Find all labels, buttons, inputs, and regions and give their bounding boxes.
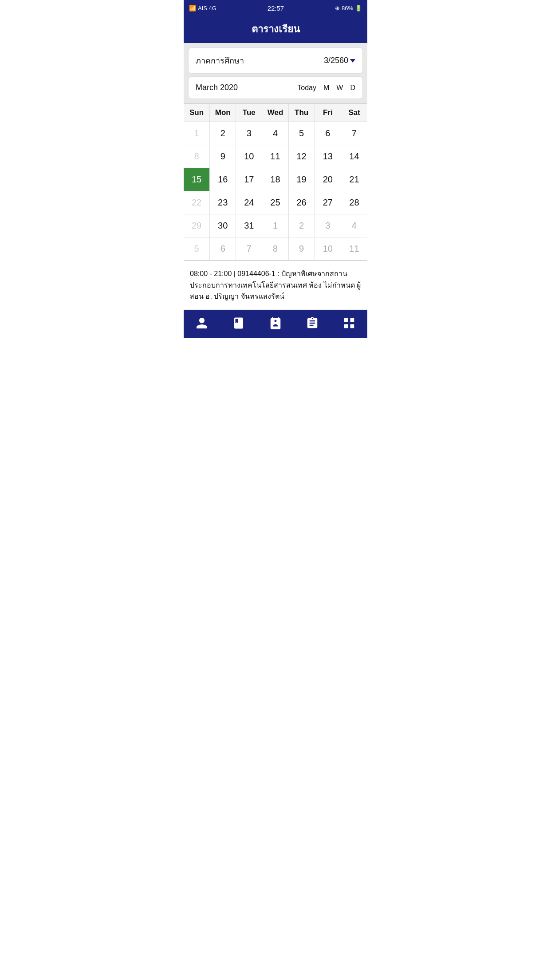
today-button[interactable]: Today [297,84,316,92]
grid-icon [342,316,356,330]
cal-cell[interactable]: 6 [315,122,341,145]
status-battery: ⊕ 86% 🔋 [335,5,362,12]
cal-cell[interactable]: 18 [262,168,288,191]
cal-cell[interactable]: 17 [236,168,262,191]
signal-icon: 📶 [189,5,196,12]
clipboard-icon [306,316,319,330]
semester-value[interactable]: 3/2560 [324,56,355,65]
cal-cell[interactable]: 22 [184,191,210,214]
cal-cell[interactable]: 1 [262,214,288,237]
semester-label: ภาคการศึกษา [196,54,244,67]
cal-cell[interactable]: 2 [210,122,236,145]
cal-cell[interactable]: 7 [236,237,262,261]
cal-cell[interactable]: 25 [262,191,288,214]
cal-cell[interactable]: 20 [315,168,341,191]
cal-cell[interactable]: 9 [289,237,315,261]
cal-cell[interactable]: 12 [289,145,315,168]
cal-cell[interactable]: 5 [289,122,315,145]
cal-cell[interactable]: 27 [315,191,341,214]
week-view-button[interactable]: W [336,84,343,92]
dropdown-arrow-icon [350,59,355,63]
day-header-mon: Mon [210,104,236,122]
cal-cell[interactable]: 3 [315,214,341,237]
cal-cell[interactable]: 9 [210,145,236,168]
semester-row[interactable]: ภาคการศึกษา 3/2560 [188,47,363,74]
cal-cell[interactable]: 28 [341,191,367,214]
cal-cell[interactable]: 31 [236,214,262,237]
app-header: ตารางเรียน [184,16,367,43]
day-header-wed: Wed [262,104,288,122]
cal-cell[interactable]: 3 [236,122,262,145]
bottom-nav [184,310,367,338]
cal-cell[interactable]: 5 [184,237,210,261]
cal-cell[interactable]: 26 [289,191,315,214]
cal-cell[interactable]: 19 [289,168,315,191]
cal-cell[interactable]: 4 [262,122,288,145]
cal-cell[interactable]: 8 [262,237,288,261]
calendar-day-headers: SunMonTueWedThuFriSat [184,103,367,122]
controls-section: ภาคการศึกษา 3/2560 March 2020 Today M W … [184,43,367,103]
date-nav-row: March 2020 Today M W D [188,76,363,99]
page-title: ตารางเรียน [252,24,300,35]
month-label: March 2020 [196,83,238,92]
battery-icon: 🔋 [355,5,362,12]
schedule-icon [269,316,282,330]
nav-grid[interactable] [331,316,367,330]
day-header-thu: Thu [289,104,315,122]
status-time: 22:57 [268,4,284,12]
cal-cell[interactable]: 23 [210,191,236,214]
cal-cell[interactable]: 8 [184,145,210,168]
nav-profile[interactable] [184,316,220,330]
nav-clipboard[interactable] [294,316,331,330]
cal-cell[interactable]: 11 [341,237,367,261]
cal-cell[interactable]: 14 [341,145,367,168]
cal-cell[interactable]: 30 [210,214,236,237]
calendar-grid: 1234567891011121314151617181920212223242… [184,122,367,261]
day-header-sat: Sat [341,104,367,122]
book-icon [232,316,245,330]
cal-cell[interactable]: 1 [184,122,210,145]
cal-cell[interactable]: 2 [289,214,315,237]
cal-cell[interactable]: 15 [184,168,210,191]
day-header-tue: Tue [236,104,262,122]
nav-book[interactable] [220,316,257,330]
person-icon [195,316,209,330]
event-text: 08:00 - 21:00 | 09144406-1 : ปัญหาพิเศษจ… [190,270,361,300]
cal-cell[interactable]: 6 [210,237,236,261]
cal-cell[interactable]: 21 [341,168,367,191]
nav-schedule[interactable] [257,316,294,330]
cal-cell[interactable]: 10 [315,237,341,261]
date-nav-buttons: Today M W D [297,84,355,92]
day-header-fri: Fri [315,104,341,122]
location-icon: ⊕ [335,5,340,12]
month-view-button[interactable]: M [323,84,329,92]
cal-cell[interactable]: 4 [341,214,367,237]
day-header-sun: Sun [184,104,210,122]
cal-cell[interactable]: 7 [341,122,367,145]
cal-cell[interactable]: 16 [210,168,236,191]
cal-cell[interactable]: 24 [236,191,262,214]
event-info: 08:00 - 21:00 | 09144406-1 : ปัญหาพิเศษจ… [184,261,367,310]
day-view-button[interactable]: D [350,84,355,92]
status-bar: 📶 AIS 4G 22:57 ⊕ 86% 🔋 [184,0,367,16]
cal-cell[interactable]: 10 [236,145,262,168]
status-carrier: 📶 AIS 4G [189,5,216,12]
cal-cell[interactable]: 29 [184,214,210,237]
cal-cell[interactable]: 13 [315,145,341,168]
cal-cell[interactable]: 11 [262,145,288,168]
